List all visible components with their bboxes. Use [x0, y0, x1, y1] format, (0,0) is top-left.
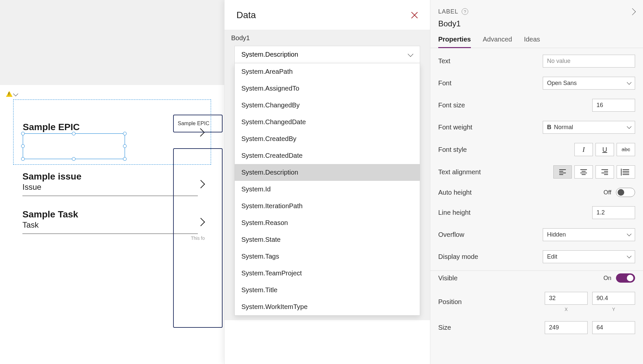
field-option[interactable]: System.WorkItemType — [235, 298, 420, 315]
field-option[interactable]: System.CreatedBy — [235, 130, 420, 147]
auto-height-state: Off — [603, 189, 611, 196]
separator — [22, 234, 198, 234]
prop-label-overflow: Overflow — [438, 231, 464, 238]
overflow-value: Hidden — [547, 231, 566, 238]
field-option[interactable]: System.ChangedDate — [235, 114, 420, 130]
resize-handle[interactable] — [21, 144, 25, 148]
display-mode-select[interactable]: Edit — [543, 250, 635, 263]
line-height-input[interactable]: 1.2 — [592, 206, 635, 219]
visible-state: On — [603, 275, 611, 282]
field-option[interactable]: System.IterationPath — [235, 198, 420, 214]
prop-label-font-style: Font style — [438, 146, 467, 154]
resize-handle[interactable] — [72, 157, 76, 161]
gallery-item-subtitle: Task — [22, 220, 198, 230]
chevron-down-icon — [628, 82, 631, 85]
resize-handle[interactable] — [123, 144, 127, 148]
position-y-input[interactable]: 90.4 — [592, 292, 635, 305]
gallery-item-title: Sample Task — [22, 209, 198, 220]
control-type-label: LABEL — [438, 8, 458, 15]
field-option[interactable]: System.Reason — [235, 214, 420, 231]
field-option[interactable]: System.ChangedBy — [235, 97, 420, 114]
underline-button[interactable]: U — [596, 143, 614, 156]
line-height-value: 1.2 — [597, 209, 605, 216]
gallery-item-title: Sample EPIC — [23, 122, 198, 132]
prop-label-text-align: Text alignment — [438, 168, 481, 176]
preview-card-title[interactable]: Sample EPIC — [173, 115, 223, 132]
canvas-header-area — [0, 0, 224, 85]
font-weight-select[interactable]: BNormal — [543, 121, 635, 134]
separator — [22, 196, 198, 196]
visible-toggle[interactable] — [616, 273, 635, 283]
field-dropdown-list[interactable]: System.AreaPathSystem.AssignedToSystem.C… — [234, 63, 420, 316]
size-width-value: 249 — [549, 324, 559, 331]
prop-label-font-size: Font size — [438, 101, 465, 109]
warning-icon — [6, 91, 13, 97]
field-dropdown[interactable]: System.Description — [234, 46, 420, 63]
font-size-input[interactable]: 16 — [592, 99, 635, 112]
chevron-down-icon — [628, 255, 631, 259]
field-option[interactable]: System.AreaPath — [235, 63, 420, 80]
chevron-down-icon — [628, 233, 631, 237]
prop-label-font: Font — [438, 79, 451, 87]
position-x-value: 32 — [549, 295, 556, 301]
position-x-label: X — [565, 307, 567, 312]
field-option[interactable]: System.TeamProject — [235, 265, 420, 282]
prop-label-text: Text — [438, 57, 450, 65]
resize-handle[interactable] — [72, 132, 76, 135]
position-x-input[interactable]: 32 — [545, 292, 588, 305]
prop-label-auto-height: Auto height — [438, 189, 472, 196]
resize-handle[interactable] — [123, 132, 127, 135]
close-icon[interactable] — [411, 12, 418, 19]
size-height-input[interactable]: 64 — [592, 321, 635, 334]
resize-handle[interactable] — [123, 157, 127, 161]
text-input-placeholder: No value — [547, 58, 570, 64]
data-panel-control-name: Body1 — [231, 34, 423, 42]
text-input[interactable]: No value — [543, 55, 635, 68]
align-center-button[interactable] — [574, 165, 593, 179]
resize-handle[interactable] — [21, 132, 25, 135]
prop-label-font-weight: Font weight — [438, 124, 472, 131]
selected-body-control[interactable] — [23, 133, 125, 159]
chevron-right-icon[interactable] — [631, 8, 635, 15]
chevron-down-icon[interactable] — [14, 93, 18, 95]
preview-placeholder-text: This fo — [191, 236, 205, 241]
prop-label-size: Size — [438, 324, 451, 331]
tab-properties[interactable]: Properties — [438, 32, 471, 48]
font-select-value: Open Sans — [547, 80, 577, 87]
align-left-button[interactable] — [553, 165, 572, 179]
preview-card-body[interactable]: This fo — [173, 148, 223, 328]
data-panel-control-section: Body1 System.Description System.AreaPath… — [225, 30, 430, 320]
align-right-button[interactable] — [596, 165, 614, 179]
tab-ideas[interactable]: Ideas — [524, 32, 540, 48]
chevron-down-icon — [409, 53, 413, 56]
font-select[interactable]: Open Sans — [543, 77, 635, 90]
align-justify-button[interactable] — [617, 165, 635, 179]
data-panel: Data Body1 System.Description System.Are… — [224, 0, 430, 364]
prop-label-position: Position — [438, 298, 462, 306]
field-option[interactable]: System.Id — [235, 181, 420, 198]
field-dropdown-value: System.Description — [241, 51, 298, 58]
display-mode-value: Edit — [547, 253, 557, 260]
preview-card-title-text: Sample EPIC — [178, 121, 209, 126]
prop-label-visible: Visible — [438, 274, 458, 282]
gallery-item-subtitle: Issue — [22, 182, 198, 192]
field-option[interactable]: System.State — [235, 231, 420, 248]
prop-label-line-height: Line height — [438, 209, 471, 216]
properties-panel: LABEL ? Body1 Properties Advanced Ideas … — [430, 0, 643, 364]
italic-button[interactable]: I — [574, 143, 593, 156]
resize-handle[interactable] — [21, 157, 25, 161]
data-panel-title: Data — [236, 10, 256, 20]
preview-column: Sample EPIC This fo — [173, 115, 223, 344]
help-icon[interactable]: ? — [462, 8, 468, 15]
overflow-select[interactable]: Hidden — [543, 228, 635, 241]
control-name: Body1 — [430, 17, 643, 32]
auto-height-toggle[interactable] — [616, 188, 635, 197]
field-option[interactable]: System.Tags — [235, 248, 420, 265]
size-width-input[interactable]: 249 — [545, 321, 588, 334]
field-option[interactable]: System.Description — [235, 164, 420, 181]
field-option[interactable]: System.AssignedTo — [235, 80, 420, 97]
strikethrough-button[interactable]: abc — [617, 143, 635, 156]
field-option[interactable]: System.Title — [235, 282, 420, 298]
field-option[interactable]: System.CreatedDate — [235, 147, 420, 164]
tab-advanced[interactable]: Advanced — [483, 32, 512, 48]
